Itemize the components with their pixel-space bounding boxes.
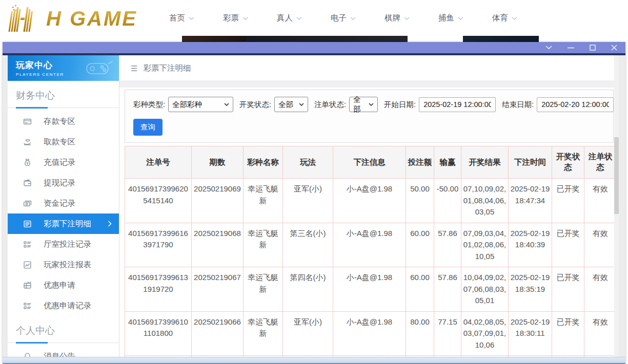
cell-order-id: 401569173996163971790	[125, 223, 192, 267]
order-status-label: 注单状态:	[314, 100, 346, 110]
window-titlebar	[3, 42, 625, 53]
menu-icon[interactable]: ☰	[131, 64, 137, 73]
order-status-select[interactable]: 全部	[349, 97, 378, 112]
cell-order-id: 401569173996205415140	[125, 179, 192, 223]
nav-item[interactable]: 真人	[277, 13, 302, 24]
lottery-type-value: 全部彩种	[172, 100, 202, 110]
nav-item-label: 首页	[169, 13, 185, 24]
scrollbar-thumb[interactable]	[614, 137, 619, 214]
start-date-input[interactable]	[419, 97, 496, 112]
column-header: 输赢	[434, 146, 461, 179]
sidebar-item[interactable]: 厅室投注记录	[8, 234, 119, 254]
recharge-bag-icon	[23, 158, 32, 167]
cell-play-type: 亚军(小)	[283, 311, 333, 356]
end-date-input[interactable]	[537, 97, 614, 112]
cell-draw-result: 07,09,03,04,01,02,08,06,10,05	[461, 223, 509, 267]
search-button[interactable]: 查询	[133, 119, 163, 136]
nav-item[interactable]: 捕鱼	[438, 13, 463, 24]
sidebar-item-label: 彩票下注明细	[44, 219, 91, 229]
chevron-down-icon	[189, 17, 194, 20]
sidebar-item[interactable]: 取款专区	[8, 132, 119, 152]
window-collapse-button[interactable]	[545, 44, 552, 52]
start-date-label: 开始日期:	[384, 100, 416, 110]
cell-bet-info: 小-A盘@1.98	[333, 179, 406, 223]
sidebar-item[interactable]: 存款专区	[8, 111, 119, 132]
chevron-down-icon	[350, 17, 356, 20]
sidebar-item-label: 消息公告	[44, 351, 75, 357]
draw-status-select[interactable]: 全部	[274, 97, 308, 112]
cell-bet-info: 小-A盘@1.98	[333, 223, 406, 267]
bet-table-wrap: 注单号期数彩种名称玩法下注信息投注额输赢开奖结果下注时间开奖状态注单状态4015…	[125, 146, 619, 357]
column-header: 开奖状态	[552, 146, 584, 179]
nav-item[interactable]: 彩票	[223, 13, 248, 24]
cell-play-type: 第四名(小)	[283, 267, 333, 312]
cell-lottery-name: 幸运飞艇新	[244, 179, 283, 223]
sidebar-item-label: 存款专区	[44, 116, 75, 127]
chevron-down-icon	[224, 103, 229, 106]
top-bar: H GAME 首页彩票真人电子棋牌捕鱼体育	[0, 0, 628, 36]
chevron-down-icon	[458, 17, 463, 20]
cell-win-loss: -50.00	[434, 179, 461, 223]
nav-item[interactable]: 电子	[331, 13, 356, 24]
nav-item[interactable]: 棋牌	[384, 13, 410, 24]
sidebar-item[interactable]: 优惠申请	[8, 275, 119, 295]
lottery-type-select[interactable]: 全部彩种	[168, 97, 233, 112]
cell-draw-status: 已开奖	[552, 179, 584, 223]
window-close-button[interactable]	[611, 44, 617, 52]
sidebar-item[interactable]: 提现记录	[8, 173, 119, 193]
sidebar-item-label: 充值记录	[44, 157, 75, 168]
divider-band	[119, 80, 619, 88]
cell-lottery-name: 幸运飞艇新	[244, 223, 283, 267]
cell-bet-amount: 80.00	[406, 311, 434, 356]
cell-order-status: 有效	[584, 311, 617, 356]
cell-bet-amount: 60.00	[406, 267, 434, 312]
sidebar-title: 玩家中心	[16, 59, 64, 71]
end-date-label: 结束日期:	[502, 100, 534, 110]
nav-item-label: 体育	[492, 13, 508, 24]
lottery-type-label: 彩种类型:	[133, 100, 165, 110]
sidebar-item[interactable]: 充值记录	[8, 152, 119, 173]
scrollbar-track[interactable]	[614, 55, 619, 357]
page-title: 彩票下注明细	[143, 63, 191, 74]
sidebar-item[interactable]: 资金记录	[8, 193, 119, 213]
cell-period: 20250219066	[192, 311, 244, 356]
sidebar-subtitle: PLAYERS CENTER	[16, 72, 64, 77]
app-window: 玩家中心 PLAYERS CENTER 财务中心存款专区取款专区充值记录提现记录…	[3, 42, 625, 364]
brand-logo[interactable]: H GAME	[4, 4, 137, 32]
nav-item[interactable]: 体育	[492, 13, 517, 24]
column-header: 下注信息	[333, 146, 406, 179]
window-minimize-button[interactable]	[568, 44, 574, 52]
table-row: 40156917399616397179020250219068幸运飞艇新第三名…	[125, 223, 617, 267]
bet-table: 注单号期数彩种名称玩法下注信息投注额输赢开奖结果下注时间开奖状态注单状态4015…	[125, 146, 617, 357]
sidebar-item-label: 厅室投注记录	[44, 239, 91, 250]
cell-order-status: 有效	[584, 179, 617, 223]
column-header: 下注时间	[509, 146, 552, 179]
cell-bet-time: 2025-02-19 18:40:39	[509, 223, 552, 267]
nav-item-label: 彩票	[223, 13, 239, 24]
sidebar-item-label: 优惠申请记录	[44, 301, 91, 311]
cell-period: 20250219069	[192, 179, 244, 223]
background-page-strip	[0, 36, 628, 42]
cell-period: 20250219067	[192, 267, 244, 312]
nav-item[interactable]: 首页	[169, 13, 194, 24]
window-maximize-button[interactable]	[590, 44, 596, 52]
column-header: 注单号	[125, 146, 192, 179]
cell-play-type: 亚军(小)	[283, 179, 333, 223]
chevron-down-icon	[545, 46, 552, 50]
column-header: 投注额	[406, 146, 434, 179]
sidebar-item[interactable]: 玩家投注报表	[8, 254, 119, 275]
sidebar-item[interactable]: 彩票下注明细	[8, 213, 119, 234]
filter-panel: 彩种类型: 全部彩种 开奖状态: 全部 注单状态: 全部	[125, 90, 614, 143]
sidebar-item-label: 取款专区	[44, 137, 75, 147]
cell-order-id: 401569173996131919720	[125, 267, 192, 312]
nav-item-label: 棋牌	[384, 13, 400, 24]
main-content: ☰ 彩票下注明细 彩种类型: 全部彩种 开奖状态: 全部	[119, 55, 619, 357]
cell-draw-result: 04,02,08,05,03,07,09,01,10,06	[461, 311, 509, 356]
sidebar-item[interactable]: 消息公告	[8, 346, 119, 357]
funds-cash-icon	[23, 199, 32, 208]
cell-period: 20250219068	[192, 223, 244, 267]
column-header: 玩法	[283, 146, 333, 179]
chevron-down-icon	[404, 17, 410, 20]
sidebar-item[interactable]: 优惠申请记录	[8, 295, 119, 316]
report-chart-icon	[23, 260, 32, 269]
